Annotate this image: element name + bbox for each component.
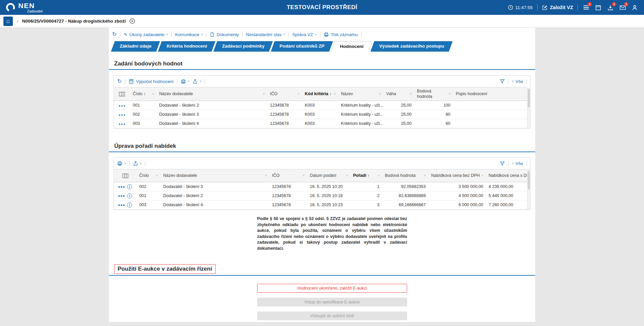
pencil-icon: ✎ — [124, 32, 127, 37]
column-header-popis-hodnoceni[interactable]: Popis hodnocení — [453, 87, 527, 101]
home-button[interactable]: ⌂ — [3, 17, 13, 26]
refresh-icon: ↻ — [117, 79, 122, 84]
filter-caret-icon[interactable]: ▿ — [449, 92, 450, 96]
points-table-card: ↻ Výpočet hodnocení ▿ — [114, 75, 530, 129]
table-row[interactable]: i 003 Dodavatel - školení 4 12345678 16.… — [114, 200, 530, 210]
menu-sprava-vz[interactable]: Správa VZ ▿ — [292, 32, 317, 37]
filter-caret-icon[interactable]: ▿ — [263, 92, 265, 96]
column-header-bodova-hodnota[interactable]: Bodová hodnota ▿ — [382, 169, 428, 182]
menu-dokumenty[interactable]: Dokumenty — [210, 32, 239, 37]
column-header-vaha[interactable]: Váha ▿ — [383, 87, 414, 101]
column-config[interactable] — [114, 87, 130, 101]
nen-logo[interactable]: NEN Zadavatel — [5, 2, 43, 13]
table-row[interactable]: 003 Dodavatel - školení 4 12345678 K003 … — [114, 119, 527, 128]
filter-caret-icon[interactable]: ▿ — [303, 174, 304, 177]
filter-button[interactable] — [500, 161, 505, 166]
print-table-button[interactable]: ▿ — [181, 79, 190, 84]
separator — [361, 32, 362, 37]
table-row[interactable]: 002 Dodavatel - školení 3 12345678 K003 … — [114, 110, 527, 119]
column-header-ico[interactable]: IČO ▿ — [269, 169, 307, 182]
refresh-button[interactable]: ↻ — [112, 32, 117, 37]
row-actions-icon[interactable] — [118, 205, 125, 206]
column-header-nazev[interactable]: Název ▿ — [338, 87, 383, 101]
filter-caret-icon[interactable]: ▿ — [152, 92, 154, 96]
menu-button[interactable]: 1 — [582, 4, 590, 11]
column-header-cislo[interactable]: Číslo ▿ — [137, 169, 160, 182]
column-header-ico[interactable]: IČO ▿ — [267, 87, 302, 101]
menu-tisk-zaznamu[interactable]: Tisk záznamu — [324, 32, 358, 37]
filter-caret-icon[interactable]: ▿ — [346, 174, 348, 177]
points-table: Číslo ↑ ▿ Název dodavatele ▿ IČO ▿ — [114, 87, 527, 128]
scrollbar-thumb[interactable] — [528, 89, 530, 107]
vertical-scrollbar[interactable] — [527, 88, 530, 128]
info-icon[interactable]: i — [127, 184, 132, 189]
tab-zakladni-udaje[interactable]: Základní údaje — [111, 41, 160, 52]
filter-caret-icon[interactable]: ▿ — [424, 174, 426, 177]
tab-zadavaci-podminky[interactable]: Zadávací podmínky — [213, 41, 273, 52]
vertical-scrollbar[interactable] — [527, 170, 530, 210]
column-header-poradi[interactable]: Pořadí ↑ ▿ — [350, 169, 382, 182]
show-all-button[interactable]: ▿ Vše — [512, 79, 523, 84]
downloads-button[interactable]: 1 — [606, 4, 614, 11]
filter-caret-icon[interactable]: ▿ — [378, 174, 379, 177]
column-header-cislo[interactable]: Číslo ↑ ▿ — [130, 87, 156, 101]
print-table-button[interactable]: ▿ — [117, 161, 126, 166]
filter-caret-icon[interactable]: ▿ — [334, 92, 336, 96]
finish-evaluation-create-eauction-button[interactable]: Hodnocení ukončeno, založit E-aukci — [257, 284, 407, 293]
separator — [526, 161, 527, 166]
filter-caret-icon[interactable]: ▿ — [265, 174, 267, 177]
menu-ukony-zadavatele[interactable]: ✎ Úkony zadavatele ▿ — [124, 32, 168, 37]
messages-button[interactable]: 1 — [619, 4, 626, 11]
row-actions-icon[interactable] — [118, 186, 125, 188]
show-all-button[interactable]: ▿ Vše — [512, 161, 523, 166]
filter-caret-icon[interactable]: ▿ — [156, 174, 158, 177]
info-icon[interactable]: i — [127, 202, 132, 208]
info-icon[interactable]: i — [127, 193, 132, 198]
cell: Kritérium kvality - uži... — [338, 101, 383, 110]
menu-nestandardni-stav[interactable]: Nestandardní stav ▿ — [246, 32, 285, 37]
calendar-button[interactable] — [594, 4, 602, 11]
row-actions-icon[interactable] — [119, 124, 125, 125]
profile-button[interactable] — [631, 4, 639, 11]
enter-eauction-specification-button[interactable]: Vstup do specifikace E-aukce — [257, 298, 407, 306]
create-vz-button[interactable]: Založit VZ — [542, 5, 573, 10]
column-header-kod-kriteria[interactable]: Kód kritéria ↑ ▿ — [302, 87, 338, 101]
column-header-datum-podani[interactable]: Datum podání ▿ — [307, 169, 350, 182]
filter-caret-icon[interactable]: ▿ — [410, 92, 412, 96]
column-header-cena-bez-dph[interactable]: Nabídková cena bez DPH ▿ — [428, 169, 486, 182]
tab-hodnoceni[interactable]: Hodnocení — [331, 41, 372, 52]
export-table-button[interactable]: ▿ — [133, 161, 142, 166]
table-row[interactable]: i 002 Dodavatel - školení 3 12345678 16.… — [114, 182, 530, 191]
row-actions-icon[interactable] — [118, 195, 125, 197]
enter-auction-room-button[interactable]: Vstoupit do aukční síně — [257, 311, 407, 320]
tab-kriteria-hodnoceni[interactable]: Kritéria hodnocení — [158, 41, 216, 52]
column-header-nazev-dodavatele[interactable]: Název dodavatele ▿ — [160, 169, 269, 182]
column-config[interactable] — [114, 169, 137, 182]
scrollbar-thumb[interactable] — [528, 171, 530, 189]
cell: 12345678 — [267, 101, 302, 110]
column-header-bodova-hodnota[interactable]: Bodová hodnota ▿ — [414, 87, 453, 101]
refresh-button[interactable]: ↻ — [117, 79, 122, 84]
export-table-button[interactable]: ▿ — [193, 79, 201, 84]
chevron-down-icon: ▿ — [200, 80, 201, 83]
filter-caret-icon[interactable]: ▿ — [298, 92, 299, 96]
table-row[interactable]: 001 Dodavatel - školení 2 12345678 K003 … — [114, 101, 527, 110]
close-record-button[interactable] — [129, 18, 135, 24]
tab-podani-ucastniku[interactable]: Podání účastníků ZP — [271, 41, 333, 52]
filter-caret-icon[interactable]: ▿ — [481, 174, 483, 177]
cell: 2 — [350, 191, 382, 200]
filter-button[interactable] — [500, 79, 505, 84]
compute-evaluation-button[interactable]: Výpočet hodnocení — [129, 79, 173, 84]
cell: 25,00 — [383, 119, 414, 128]
tab-vysledek[interactable]: Výsledek zadávacího postupu — [370, 41, 452, 52]
column-header-cena-s-dph[interactable]: Nabídková cena s DPH — [486, 169, 530, 182]
column-header-nazev-dodavatele[interactable]: Název dodavatele ▿ — [156, 87, 267, 101]
breadcrumb-item[interactable]: N006/25/V00004727 - Nákup drogistického … — [22, 19, 126, 24]
row-actions-icon[interactable] — [119, 114, 125, 116]
row-actions-icon[interactable] — [119, 105, 125, 107]
menu-komunikace[interactable]: Komunikace ▿ — [175, 32, 203, 37]
show-all-label: Vše — [516, 79, 523, 84]
table-row[interactable]: i 001 Dodavatel - školení 2 12345678 16.… — [114, 191, 530, 200]
cell: Dodavatel - školení 2 — [156, 101, 267, 110]
filter-caret-icon[interactable]: ▿ — [379, 92, 381, 96]
